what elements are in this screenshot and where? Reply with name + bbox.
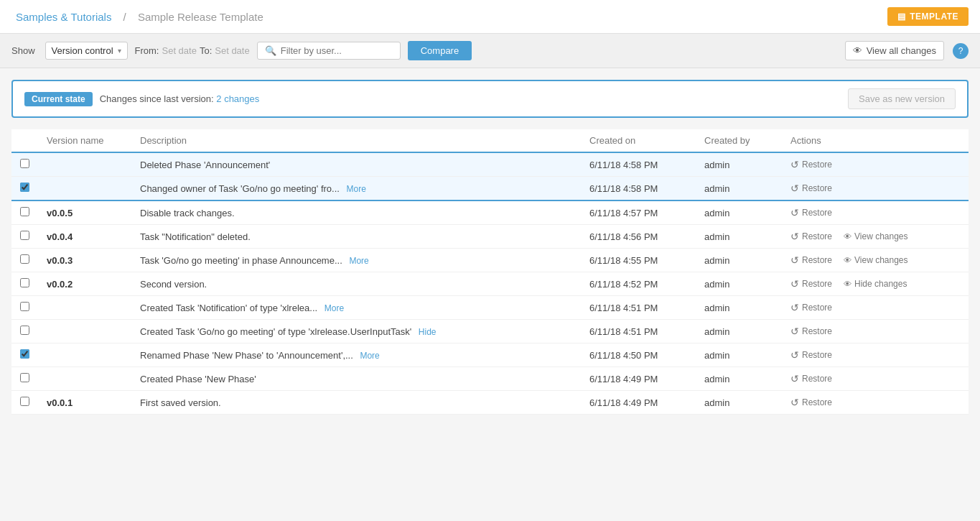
description-text: Disable track changes.	[140, 208, 235, 218]
view-action-label: View changes	[854, 255, 908, 265]
row-checkbox[interactable]	[20, 254, 29, 264]
breadcrumb-part1[interactable]: Samples & Tutorials	[16, 11, 111, 23]
row-actions-cell: ↺Restore👁View changes	[782, 225, 969, 249]
help-button[interactable]: ?	[953, 43, 969, 59]
main-content: Current state Changes since last version…	[0, 68, 980, 426]
restore-button[interactable]: ↺Restore	[790, 302, 832, 313]
table-row: Created Task 'Notification' of type 'xlr…	[11, 296, 969, 320]
filter-search-box[interactable]: 🔍	[257, 42, 401, 60]
table-header: Version name Description Created on Crea…	[11, 129, 969, 152]
row-version-name: v0.0.4	[38, 225, 131, 249]
row-checkbox[interactable]	[20, 397, 29, 406]
restore-button[interactable]: ↺Restore	[790, 373, 832, 384]
row-actions-cell: ↺Restore	[782, 177, 969, 201]
description-more-link[interactable]: More	[347, 184, 366, 194]
view-changes-button[interactable]: 👁View changes	[844, 231, 908, 241]
row-version-name	[38, 320, 131, 344]
row-created-on: 6/11/18 4:55 PM	[581, 249, 696, 272]
table-row: v0.0.2Second version.6/11/18 4:52 PMadmi…	[11, 272, 969, 296]
template-icon: ▤	[897, 11, 906, 22]
eye-icon: 👁	[853, 45, 862, 56]
row-checkbox[interactable]	[20, 183, 29, 192]
description-more-link[interactable]: More	[349, 256, 368, 266]
restore-button[interactable]: ↺Restore	[790, 231, 832, 242]
row-checkbox[interactable]	[20, 278, 29, 287]
changes-link[interactable]: 2 changes	[216, 93, 259, 104]
save-new-version-button[interactable]: Save as new version	[848, 88, 956, 109]
table-body: Deleted Phase 'Announcement'6/11/18 4:58…	[11, 152, 969, 415]
to-date-input[interactable]: Set date	[215, 45, 249, 56]
description-text: Deleted Phase 'Announcement'	[140, 160, 270, 170]
restore-label: Restore	[802, 208, 832, 218]
current-state-bar: Current state Changes since last version…	[11, 80, 969, 118]
row-actions-cell: ↺Restore	[782, 200, 969, 225]
restore-button[interactable]: ↺Restore	[790, 397, 832, 408]
row-created-by: admin	[696, 249, 782, 272]
restore-button[interactable]: ↺Restore	[790, 254, 832, 266]
hide-changes-button[interactable]: 👁Hide changes	[844, 279, 907, 289]
actions-container: ↺Restore👁View changes	[790, 231, 960, 242]
description-text: Task 'Go/no go meeting' in phase Announc…	[140, 255, 342, 266]
filter-input[interactable]	[281, 45, 393, 56]
view-changes-button[interactable]: 👁View changes	[844, 255, 908, 265]
view-action-label: View changes	[854, 231, 908, 241]
row-description: Created Phase 'New Phase'	[131, 367, 581, 391]
row-checkbox[interactable]	[20, 326, 29, 335]
version-name-label: v0.0.3	[47, 255, 73, 266]
row-version-name	[38, 367, 131, 391]
restore-button[interactable]: ↺Restore	[790, 349, 832, 361]
restore-button[interactable]: ↺Restore	[790, 159, 832, 170]
search-icon: 🔍	[265, 45, 276, 56]
row-actions-cell: ↺Restore👁Hide changes	[782, 272, 969, 296]
description-more-link[interactable]: More	[325, 303, 344, 313]
restore-icon: ↺	[790, 183, 799, 194]
restore-button[interactable]: ↺Restore	[790, 183, 832, 194]
row-checkbox-cell	[11, 320, 38, 344]
to-label: To:	[200, 45, 212, 56]
restore-label: Restore	[802, 255, 832, 265]
view-all-changes-button[interactable]: 👁 View all changes	[845, 41, 944, 60]
col-header-actions: Actions	[782, 129, 969, 152]
row-description: Task 'Go/no go meeting' in phase Announc…	[131, 249, 581, 272]
row-actions-cell: ↺Restore	[782, 367, 969, 391]
row-created-by: admin	[696, 296, 782, 320]
restore-icon: ↺	[790, 302, 799, 313]
eye-icon: 👁	[844, 280, 851, 288]
view-all-changes-label: View all changes	[867, 45, 936, 56]
row-checkbox[interactable]	[20, 349, 29, 359]
current-state-left: Current state Changes since last version…	[24, 92, 259, 106]
eye-icon: 👁	[844, 256, 851, 264]
compare-button[interactable]: Compare	[408, 41, 472, 60]
row-description: Created Task 'Notification' of type 'xlr…	[131, 296, 581, 320]
description-more-link[interactable]: Hide	[419, 327, 437, 337]
restore-label: Restore	[802, 160, 832, 170]
actions-container: ↺Restore👁Hide changes	[790, 278, 960, 290]
row-version-name	[38, 344, 131, 367]
row-checkbox-cell	[11, 177, 38, 201]
row-checkbox[interactable]	[20, 373, 29, 382]
date-range: From: Set date To: Set date	[135, 45, 250, 56]
restore-icon: ↺	[790, 278, 799, 290]
actions-container: ↺Restore	[790, 349, 960, 361]
row-actions-cell: ↺Restore	[782, 152, 969, 177]
row-checkbox[interactable]	[20, 207, 29, 216]
row-checkbox[interactable]	[20, 302, 29, 311]
restore-icon: ↺	[790, 326, 799, 337]
version-control-select[interactable]: Version control ▾	[45, 42, 128, 60]
row-created-on: 6/11/18 4:51 PM	[581, 320, 696, 344]
col-header-created-by: Created by	[696, 129, 782, 152]
version-control-label: Version control	[52, 45, 113, 56]
row-checkbox[interactable]	[20, 159, 29, 168]
restore-button[interactable]: ↺Restore	[790, 326, 832, 337]
description-more-link[interactable]: More	[360, 351, 379, 361]
row-checkbox[interactable]	[20, 231, 29, 240]
restore-button[interactable]: ↺Restore	[790, 207, 832, 218]
template-badge-label: TEMPLATE	[910, 11, 958, 22]
changes-info: Changes since last version: 2 changes	[100, 93, 260, 104]
row-created-by: admin	[696, 200, 782, 225]
toolbar: Show Version control ▾ From: Set date To…	[0, 34, 980, 68]
restore-button[interactable]: ↺Restore	[790, 278, 832, 290]
row-description: Deleted Phase 'Announcement'	[131, 152, 581, 177]
row-checkbox-cell	[11, 249, 38, 272]
from-date-input[interactable]: Set date	[162, 45, 196, 56]
